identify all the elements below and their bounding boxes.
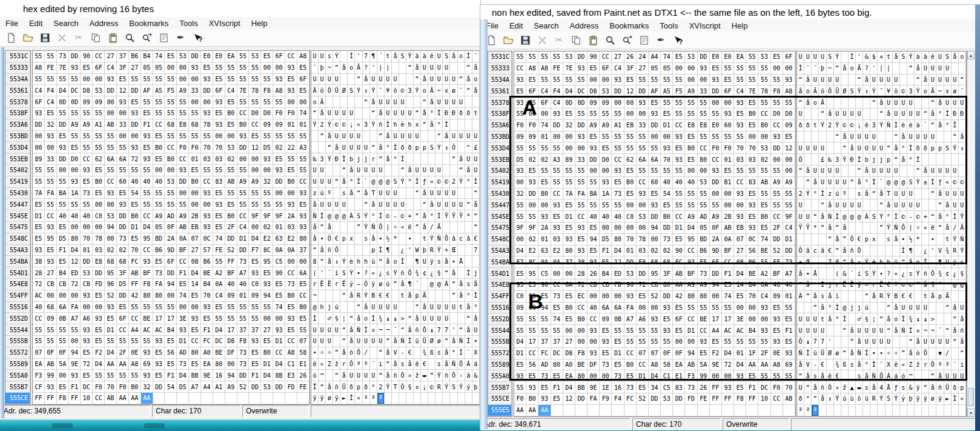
char-cell[interactable]: X [472,347,480,359]
hex-byte-cell[interactable]: 93 [285,62,297,74]
hex-byte-cell[interactable]: 00 [273,188,285,199]
char-cell[interactable] [355,199,362,210]
char-cell[interactable] [348,302,355,313]
hex-byte-cell[interactable]: 93 [201,74,213,85]
hex-byte-cell[interactable]: 00 [285,188,297,199]
hex-byte-cell[interactable]: 9F [261,210,273,222]
char-cell[interactable]: Ô [355,347,362,359]
char-cell[interactable]: U [959,199,966,211]
char-cell[interactable]: 3 [870,120,878,132]
hex-byte-cell[interactable]: 9F [273,210,285,222]
copy-icon[interactable] [569,33,583,47]
char-cell[interactable] [819,268,826,279]
char-cell[interactable]: U [443,62,450,74]
char-cell[interactable]: å [370,233,377,245]
hex-byte-cell[interactable]: 93 [105,188,117,199]
hex-byte-cell[interactable]: 55 [624,132,637,143]
hex-byte-cell[interactable]: 00 [69,165,81,176]
char-cell[interactable] [849,405,856,416]
hex-byte-cell[interactable]: C5 [538,268,551,279]
hex-byte-cell[interactable]: 56 [526,359,538,371]
char-cell[interactable]: ° [944,120,952,132]
char-cell[interactable]: Ë [841,279,849,291]
char-cell[interactable]: S [399,51,406,62]
hex-byte-cell[interactable]: 73 [57,51,69,62]
char-cell[interactable]: © [915,211,922,222]
char-cell[interactable]: “ [944,302,952,314]
hex-byte-cell[interactable]: 55 [698,97,710,109]
char-cell[interactable]: ¿ [377,267,385,279]
hex-byte-cell[interactable]: 55 [81,131,93,142]
char-cell[interactable]: Ì [922,256,929,268]
char-cell[interactable]: ↨ [804,336,812,348]
hex-byte-cell[interactable]: 55 [165,199,177,210]
hex-byte-cell[interactable]: AC [734,325,746,336]
char-cell[interactable]: “ [797,165,804,177]
hex-byte-cell[interactable]: CC [758,109,770,120]
hex-byte-cell[interactable]: 93 [758,325,770,336]
char-cell[interactable]: ÿ [311,393,319,404]
char-cell[interactable]: ø [834,348,841,359]
char-cell[interactable]: € [834,370,841,382]
hex-byte-cell[interactable]: B0 [189,176,201,188]
hex-byte-cell[interactable]: DD [117,290,129,302]
char-cell[interactable]: © [435,176,443,188]
hex-byte-cell[interactable]: 17 [225,324,237,336]
char-cell[interactable]: o [363,313,370,324]
hex-byte-cell[interactable]: 00 [637,302,649,314]
char-cell[interactable]: U [834,165,841,177]
hex-byte-cell[interactable]: D4 [213,324,225,336]
char-cell[interactable]: ¾ [834,359,841,371]
char-cell[interactable]: S [907,177,915,189]
char-cell[interactable] [944,313,952,325]
hex-byte-cell[interactable]: 93 [237,131,250,142]
hex-byte-cell[interactable]: 00 [685,63,697,75]
char-cell[interactable]: Ý [435,245,443,256]
char-cell[interactable] [428,290,435,302]
hex-byte-cell[interactable] [165,393,177,404]
char-cell[interactable]: ☼ [915,222,922,234]
char-cell[interactable] [870,302,878,314]
char-cell[interactable]: ñ [326,245,333,256]
hex-byte-cell[interactable]: 55 [153,108,165,119]
char-cell[interactable]: Ì [348,393,355,404]
char-cell[interactable]: U [370,336,377,347]
char-cell[interactable]: å [385,131,392,142]
char-cell[interactable]: å [377,108,385,119]
hex-byte-cell[interactable] [771,405,783,416]
hex-byte-cell[interactable]: 55 [117,142,129,153]
hex-byte-cell[interactable]: CC [177,153,189,165]
char-cell[interactable]: è [907,120,915,132]
hex-byte-cell[interactable]: 00 [117,131,129,142]
char-cell[interactable]: Õ [450,142,457,153]
hex-byte-cell[interactable]: E5 [771,302,783,314]
char-cell[interactable]: Ý [870,268,878,279]
hex-byte-cell[interactable]: 07 [33,347,45,359]
hex-byte-cell[interactable]: 0C [201,233,213,245]
hex-byte-cell[interactable]: 78 [249,85,261,96]
hex-byte-cell[interactable]: 93 [734,120,746,132]
hex-byte-cell[interactable]: 54 [129,188,141,199]
char-cell[interactable] [959,165,966,177]
hex-byte-cell[interactable]: 00 [722,189,734,200]
hex-byte-cell[interactable]: D1 [637,370,649,382]
char-cell[interactable] [952,291,959,302]
char-cell[interactable] [319,142,326,153]
hex-byte-cell[interactable] [249,393,261,404]
hex-byte-cell[interactable]: 55 [612,132,624,143]
hex-byte-cell[interactable]: 00 [746,302,758,314]
hex-byte-cell[interactable]: DC [81,381,93,393]
char-cell[interactable]: å [428,96,435,108]
char-cell[interactable]: i [959,359,966,371]
char-cell[interactable]: t [812,120,819,132]
hex-byte-cell[interactable]: 5A [57,359,69,370]
hex-byte-cell[interactable]: 55 [710,302,722,314]
hex-byte-cell[interactable]: 00 [624,222,637,234]
hex-byte-cell[interactable]: 00 [33,142,45,153]
hex-byte-cell[interactable]: 93 [698,336,710,348]
hex-byte-cell[interactable]: 00 [153,165,165,176]
hex-byte-cell[interactable]: 09 [783,120,795,132]
char-cell[interactable]: “ [311,108,319,119]
char-cell[interactable]: V [936,246,944,257]
char-cell[interactable]: U [472,324,480,336]
